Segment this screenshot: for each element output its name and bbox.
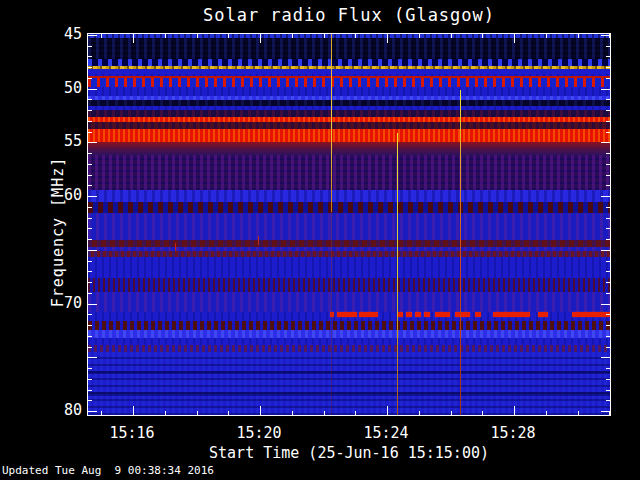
rfi-dash-segment [572,312,610,317]
y-axis-tick [606,56,610,57]
spectrogram-band [88,345,610,352]
x-axis-tick [546,34,547,38]
y-axis-tick [88,132,92,133]
y-axis-tick [88,271,92,272]
y-axis-tick [88,347,92,348]
rfi-dash-segment [415,312,421,317]
y-tick-label: 80 [40,402,82,418]
spectrogram-band [88,330,610,338]
y-axis-tick [88,261,92,262]
y-axis-tick [601,89,610,90]
y-axis-tick [88,35,97,36]
spectrogram-band [88,202,610,213]
y-axis-tick [606,336,610,337]
x-tick-label: 15:20 [224,424,294,442]
y-axis-tick [606,271,610,272]
y-axis-tick [606,99,610,100]
y-axis-tick [88,314,92,315]
x-axis-tick [546,411,547,415]
radio-burst-line [460,90,461,415]
rfi-dash-segment [359,312,378,317]
y-axis-tick [601,196,610,197]
x-axis-tick [482,411,483,415]
x-axis-tick [514,406,515,415]
y-axis-tick [606,185,610,186]
x-axis-tick [451,411,452,415]
minor-burst-spur [258,236,259,245]
x-tick-label: 15:24 [351,424,421,442]
x-axis-tick [578,411,579,415]
rfi-dash-segment [455,312,470,317]
x-axis-tick [419,411,420,415]
spectrogram-band [88,142,610,155]
x-axis-tick [133,34,134,43]
y-axis-tick [606,132,610,133]
y-axis-tick [88,89,97,90]
spectrogram-band [88,122,610,129]
y-axis-tick [606,261,610,262]
rfi-dash-segment [406,312,412,317]
y-axis-tick [601,250,610,251]
updated-timestamp: Updated Tue Aug 9 00:38:34 2016 [2,464,214,477]
spectrogram-band [88,371,610,374]
spectrogram-band [88,87,610,96]
y-axis-tick [88,239,92,240]
radio-burst-line [397,133,398,415]
x-axis-tick [133,406,134,415]
y-axis-tick [88,304,97,305]
y-axis-tick [606,390,610,391]
x-axis-tick [609,411,610,415]
y-axis-tick [606,218,610,219]
y-axis-tick [606,282,610,283]
y-axis-tick [88,207,92,208]
y-axis-tick [606,110,610,111]
y-axis-tick [601,304,610,305]
y-axis-tick [606,207,610,208]
y-axis-tick [606,175,610,176]
x-axis-tick [197,34,198,38]
rfi-dash-segment [475,312,481,317]
y-axis-tick [88,293,92,294]
y-axis-tick [606,67,610,68]
y-tick-label: 60 [40,187,82,203]
y-axis-tick [88,164,92,165]
x-axis-tick [197,411,198,415]
x-axis-title: Start Time (25-Jun-16 15:15:00) [88,444,610,462]
y-axis-tick [606,400,610,401]
x-axis-tick [292,411,293,415]
y-axis-tick [88,282,92,283]
spectrogram-band [88,240,610,247]
spectrogram-band [88,278,610,292]
y-axis-tick [601,357,610,358]
x-axis-tick [292,34,293,38]
x-axis-tick [101,34,102,38]
y-tick-label: 70 [40,295,82,311]
x-axis-tick [514,34,515,43]
plot-area [87,33,611,416]
y-tick-label: 55 [40,133,82,149]
y-tick-label: 50 [40,80,82,96]
y-axis-tick [606,228,610,229]
spectrogram-band [88,392,610,396]
y-axis-tick [606,78,610,79]
x-axis-tick [578,34,579,38]
y-axis-tick [88,153,92,154]
y-axis-tick [606,121,610,122]
y-axis-tick [88,411,97,412]
y-axis-tick [606,164,610,165]
y-axis-tick [88,110,92,111]
spectrogram-band [88,59,610,66]
y-axis-tick [88,390,92,391]
x-axis-tick [228,411,229,415]
y-axis-tick [88,78,92,79]
y-axis-tick [88,46,92,47]
y-axis-tick [601,142,610,143]
y-axis-tick [88,357,97,358]
spectrogram-band [88,190,610,202]
y-axis-tick [606,239,610,240]
y-axis-title: Frequency [MHz] [49,157,67,307]
y-axis-tick [88,99,92,100]
spectrogram-band [88,352,610,415]
x-axis-tick [228,34,229,38]
spectrogram-band [88,213,610,240]
